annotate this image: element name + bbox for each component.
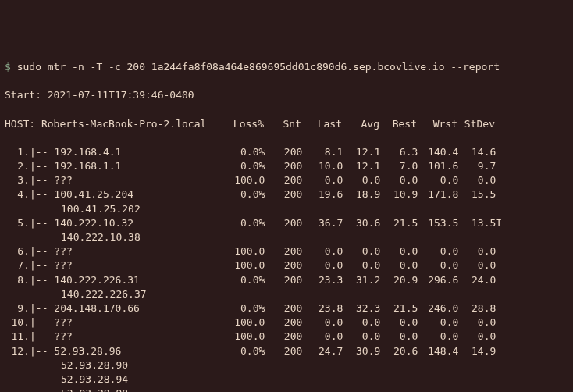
hop-loss: 0.0%	[224, 145, 265, 159]
hop-best: 10.9	[380, 187, 418, 201]
hop-avg: 18.9	[343, 187, 380, 201]
hop-last: 23.3	[302, 273, 343, 287]
hop-wrst: 153.5	[418, 216, 458, 230]
hop-separator: |--	[30, 187, 54, 201]
hop-extra-ip-row: 140.222.226.37	[5, 287, 568, 301]
hop-number: 1.	[5, 145, 30, 159]
command-line: $ sudo mtr -n -T -c 200 1a244fa8f08a464e…	[5, 60, 568, 74]
hop-snt: 200	[265, 330, 302, 344]
hop-best: 0.0	[380, 244, 418, 258]
col-header-avg: Avg	[342, 117, 379, 131]
col-header-snt: Snt	[264, 117, 301, 131]
hop-snt: 200	[265, 258, 302, 273]
hop-last: 0.0	[302, 258, 343, 273]
hop-last: 36.7	[302, 216, 343, 230]
hop-number: 11.	[5, 330, 30, 344]
hop-loss: 100.0	[224, 244, 265, 258]
hop-wrst: 0.0	[418, 173, 458, 187]
hop-avg: 31.2	[343, 273, 380, 287]
hop-stdev: 9.7	[458, 159, 496, 173]
hop-avg: 0.0	[343, 173, 380, 187]
hop-loss: 0.0%	[224, 187, 265, 201]
hop-extra-ip: 52.93.28.90	[5, 358, 128, 372]
hop-wrst: 148.4	[418, 344, 458, 358]
hop-loss: 100.0	[224, 258, 265, 273]
hop-stdev: 28.8	[458, 301, 496, 315]
hop-stdev: 0.0	[458, 258, 496, 273]
hop-separator: |--	[30, 244, 54, 258]
col-header-last: Last	[301, 117, 342, 131]
hop-stdev: 14.9	[458, 344, 496, 358]
hop-last: 0.0	[302, 173, 343, 187]
hop-snt: 200	[265, 187, 302, 201]
hop-avg: 0.0	[343, 315, 380, 330]
hop-extra-ip: 52.93.28.98	[5, 387, 128, 392]
hop-extra-ip: 140.222.226.37	[5, 287, 147, 301]
hop-ip: 192.168.1.1	[54, 159, 224, 173]
hop-loss: 100.0	[224, 315, 265, 330]
hop-avg: 0.0	[343, 330, 380, 344]
hop-separator: |--	[30, 216, 54, 230]
col-header-stdev: StDev	[457, 117, 495, 131]
hop-row: 7.|-- ???100.02000.00.00.00.00.0	[5, 258, 568, 273]
hop-ip: 100.41.25.204	[54, 187, 224, 201]
hop-avg: 0.0	[343, 258, 380, 273]
hop-separator: |--	[30, 258, 54, 273]
hop-row: 9.|-- 204.148.170.660.0%20023.832.321.52…	[5, 301, 568, 315]
hop-avg: 12.1	[343, 159, 380, 173]
hop-separator: |--	[30, 273, 54, 287]
hop-separator: |--	[30, 330, 54, 344]
command-text: sudo mtr -n -T -c 200 1a244fa8f08a464e86…	[17, 61, 500, 73]
hop-best: 0.0	[380, 173, 418, 187]
hop-loss: 0.0%	[224, 273, 265, 287]
hop-ip: 204.148.170.66	[54, 301, 224, 315]
hop-row: 5.|-- 140.222.10.320.0%20036.730.621.515…	[5, 216, 568, 230]
hop-best: 0.0	[380, 315, 418, 330]
hop-extra-ip: 52.93.28.94	[5, 372, 128, 387]
hop-ip: ???	[54, 258, 224, 273]
hop-wrst: 0.0	[418, 330, 458, 344]
hop-stdev: 13.5	[458, 216, 496, 230]
hop-number: 5.	[5, 216, 30, 230]
hop-avg: 30.6	[343, 216, 380, 230]
hop-snt: 200	[265, 315, 302, 330]
hop-wrst: 0.0	[418, 258, 458, 273]
hop-stdev: 15.5	[458, 187, 496, 201]
hop-loss: 0.0%	[224, 159, 265, 173]
hop-extra-ip: 100.41.25.202	[5, 202, 141, 216]
hop-stdev: 0.0	[458, 244, 496, 258]
hop-last: 24.7	[302, 344, 343, 358]
hop-extra-ip-row: 100.41.25.202	[5, 202, 568, 216]
hop-ip: 52.93.28.96	[54, 344, 224, 358]
hop-number: 9.	[5, 301, 30, 315]
hop-stdev: 0.0	[458, 173, 496, 187]
hop-extra-ip-row: 52.93.28.94	[5, 372, 568, 387]
hop-last: 19.6	[302, 187, 343, 201]
hop-ip: ???	[54, 330, 224, 344]
hop-snt: 200	[265, 159, 302, 173]
hop-extra-ip-row: 140.222.10.38	[5, 230, 568, 244]
hop-separator: |--	[30, 301, 54, 315]
hop-best: 0.0	[380, 258, 418, 273]
hop-best: 21.5	[380, 216, 418, 230]
hops-container: 1.|-- 192.168.4.10.0%2008.112.16.3140.41…	[5, 145, 568, 392]
hop-snt: 200	[265, 301, 302, 315]
hop-separator: |--	[30, 173, 54, 187]
hop-loss: 100.0	[224, 173, 265, 187]
hop-best: 21.5	[380, 301, 418, 315]
hop-best: 6.3	[380, 145, 418, 159]
hop-last: 8.1	[302, 145, 343, 159]
hop-ip: ???	[54, 244, 224, 258]
hop-last: 0.0	[302, 330, 343, 344]
hop-best: 20.9	[380, 273, 418, 287]
hop-ip: ???	[54, 173, 224, 187]
hop-avg: 0.0	[343, 244, 380, 258]
hop-separator: |--	[30, 159, 54, 173]
hop-wrst: 0.0	[418, 244, 458, 258]
hop-number: 8.	[5, 273, 30, 287]
hop-row: 8.|-- 140.222.226.310.0%20023.331.220.92…	[5, 273, 568, 287]
text-cursor-icon: I	[496, 216, 502, 230]
hop-row: 1.|-- 192.168.4.10.0%2008.112.16.3140.41…	[5, 145, 568, 159]
hop-number: 7.	[5, 258, 30, 273]
hop-last: 10.0	[302, 159, 343, 173]
